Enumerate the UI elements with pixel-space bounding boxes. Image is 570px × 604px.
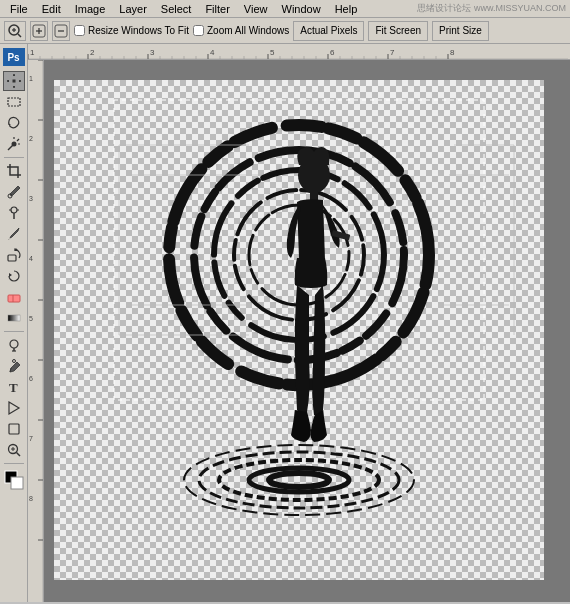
resize-windows-label[interactable]: Resize Windows To Fit [74, 25, 189, 36]
svg-text:2: 2 [90, 48, 95, 57]
toolbox-separator-2 [4, 331, 24, 332]
zoom-tool-button[interactable] [4, 21, 26, 41]
ruler-top: 1 2 3 4 5 6 7 8 [28, 44, 570, 60]
options-bar: Resize Windows To Fit Zoom All Windows A… [0, 18, 570, 44]
svg-text:8: 8 [29, 495, 33, 502]
resize-windows-checkbox[interactable] [74, 25, 85, 36]
menu-edit[interactable]: Edit [36, 2, 67, 16]
svg-text:6: 6 [330, 48, 335, 57]
tool-gradient[interactable] [3, 308, 25, 328]
svg-text:7: 7 [390, 48, 395, 57]
zoom-all-checkbox[interactable] [193, 25, 204, 36]
tool-shape[interactable] [3, 419, 25, 439]
svg-rect-44 [28, 44, 568, 60]
menu-help[interactable]: Help [329, 2, 364, 16]
svg-text:3: 3 [29, 195, 33, 202]
toolbox-separator-3 [4, 463, 24, 464]
svg-text:7: 7 [29, 435, 33, 442]
svg-point-19 [11, 142, 16, 147]
tool-zoom[interactable] [3, 440, 25, 460]
svg-text:3: 3 [150, 48, 155, 57]
menu-window[interactable]: Window [276, 2, 327, 16]
svg-text:5: 5 [29, 315, 33, 322]
toolbox-separator-1 [4, 157, 24, 158]
tool-clone[interactable] [3, 245, 25, 265]
menu-file[interactable]: File [4, 2, 34, 16]
svg-marker-9 [13, 74, 15, 76]
svg-line-39 [16, 453, 20, 457]
actual-pixels-button[interactable]: Actual Pixels [293, 21, 364, 41]
svg-text:1: 1 [30, 48, 35, 57]
svg-rect-27 [8, 295, 20, 302]
menu-select[interactable]: Select [155, 2, 198, 16]
svg-rect-37 [9, 424, 19, 434]
canvas-content [44, 60, 570, 602]
toolbox: Ps [0, 44, 28, 602]
menu-image[interactable]: Image [69, 2, 112, 16]
canvas-svg [54, 80, 544, 580]
svg-rect-29 [8, 315, 20, 321]
tool-type[interactable]: T [3, 377, 25, 397]
svg-rect-14 [8, 98, 20, 106]
tool-lasso[interactable] [3, 113, 25, 133]
svg-text:6: 6 [29, 375, 33, 382]
main-area: Ps [0, 44, 570, 602]
svg-text:5: 5 [270, 48, 275, 57]
svg-point-21 [11, 207, 17, 213]
print-size-button[interactable]: Print Size [432, 21, 489, 41]
ps-badge: Ps [3, 48, 25, 66]
menu-layer[interactable]: Layer [113, 2, 153, 16]
zoom-out-button[interactable] [52, 21, 70, 41]
svg-text:8: 8 [450, 48, 455, 57]
zoom-all-label[interactable]: Zoom All Windows [193, 25, 289, 36]
fit-screen-button[interactable]: Fit Screen [368, 21, 428, 41]
svg-marker-36 [9, 402, 19, 414]
tool-eyedropper[interactable] [3, 182, 25, 202]
tool-path-select[interactable] [3, 398, 25, 418]
tool-magic-wand[interactable] [3, 134, 25, 154]
tool-history[interactable] [3, 266, 25, 286]
menu-bar: File Edit Image Layer Select Filter View… [0, 0, 570, 18]
svg-point-128 [269, 473, 329, 487]
tool-dodge[interactable] [3, 335, 25, 355]
tool-brush[interactable] [3, 224, 25, 244]
tool-pen[interactable] [3, 356, 25, 376]
svg-text:1: 1 [29, 75, 33, 82]
svg-text:4: 4 [29, 255, 33, 262]
svg-rect-25 [8, 255, 16, 261]
svg-text:T: T [9, 380, 18, 395]
svg-line-17 [17, 139, 19, 141]
svg-marker-12 [19, 80, 21, 82]
svg-line-1 [18, 34, 21, 37]
svg-text:4: 4 [210, 48, 215, 57]
svg-point-34 [12, 360, 15, 363]
ruler-left: 1 2 3 4 5 6 7 8 [28, 60, 44, 602]
svg-rect-43 [11, 477, 23, 489]
svg-text:2: 2 [29, 135, 33, 142]
zoom-in-button[interactable] [30, 21, 48, 41]
svg-marker-10 [13, 86, 15, 88]
watermark: 思绪设计论坛 www.MISSYUAN.COM [417, 2, 566, 15]
svg-marker-26 [9, 273, 12, 277]
menu-filter[interactable]: Filter [199, 2, 235, 16]
color-swatches[interactable] [3, 469, 25, 491]
photoshop-canvas [54, 80, 544, 580]
menu-view[interactable]: View [238, 2, 274, 16]
svg-marker-11 [7, 80, 9, 82]
tool-crop[interactable] [3, 161, 25, 181]
svg-point-30 [10, 340, 18, 348]
canvas-area: 1 2 3 4 5 6 7 8 [28, 44, 570, 602]
tool-move[interactable] [3, 71, 25, 91]
tool-marquee[interactable] [3, 92, 25, 112]
svg-rect-13 [12, 80, 15, 83]
tool-eraser[interactable] [3, 287, 25, 307]
tool-heal[interactable] [3, 203, 25, 223]
